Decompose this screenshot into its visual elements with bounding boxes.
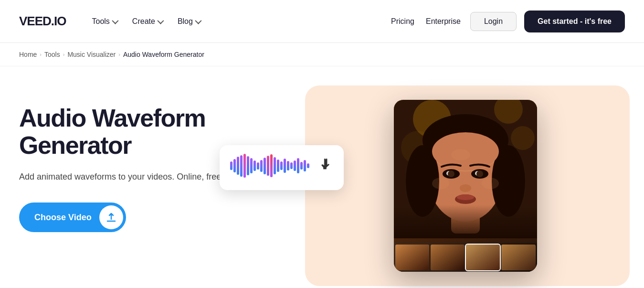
nav-left: Tools Create Blog <box>85 13 389 30</box>
svg-point-20 <box>457 194 474 200</box>
svg-rect-26 <box>395 245 429 270</box>
svg-point-18 <box>460 184 471 192</box>
login-button[interactable]: Login <box>470 12 517 31</box>
woman-svg <box>394 100 537 238</box>
wbar-23 <box>304 160 306 171</box>
waveform-visual <box>230 154 333 178</box>
logo[interactable]: VEED.IO <box>19 14 66 29</box>
wbar-9 <box>257 162 259 170</box>
svg-rect-24 <box>394 205 537 238</box>
wbar-16 <box>280 161 283 170</box>
wbar-3 <box>237 157 239 175</box>
thumb-svg-4 <box>501 245 535 270</box>
waveform-card <box>220 145 344 190</box>
svg-rect-29 <box>501 245 535 270</box>
thumb-1 <box>395 245 429 270</box>
svg-rect-27 <box>431 245 465 270</box>
wbar-15 <box>277 160 279 172</box>
phone-mockup <box>394 100 537 272</box>
breadcrumb-tools[interactable]: Tools <box>44 51 60 58</box>
breadcrumb-sep-3: › <box>118 52 120 57</box>
wbar-6 <box>247 156 249 175</box>
nav-blog-label: Blog <box>178 17 193 26</box>
nav-enterprise[interactable]: Enterprise <box>424 13 463 30</box>
hero-text: Audio Waveform Generator Add animated wa… <box>19 95 248 232</box>
wbar-8 <box>253 160 256 171</box>
choose-video-button[interactable]: Choose Video <box>19 203 126 232</box>
nav-blog[interactable]: Blog <box>171 13 207 30</box>
wbar-20 <box>294 160 296 171</box>
breadcrumb-sep-1: › <box>40 52 42 57</box>
upload-svg <box>106 212 117 223</box>
breadcrumb-home[interactable]: Home <box>19 51 37 58</box>
main: Audio Waveform Generator Add animated wa… <box>0 66 644 288</box>
nav-pricing[interactable]: Pricing <box>389 13 416 30</box>
nav-create-label: Create <box>132 17 155 26</box>
waveform-bars <box>230 154 317 178</box>
svg-point-3 <box>511 126 535 150</box>
chevron-down-icon <box>112 17 118 24</box>
chevron-down-icon <box>157 17 164 24</box>
nav-tools-label: Tools <box>92 17 109 26</box>
thumb-4 <box>501 245 535 270</box>
wbar-22 <box>300 162 303 170</box>
header: VEED.IO Tools Create Blog Pricing Enterp… <box>0 0 644 43</box>
hand-cursor-svg <box>320 158 333 171</box>
wbar-18 <box>287 161 289 171</box>
wbar-14 <box>274 157 276 174</box>
breadcrumb-sep-2: › <box>63 52 65 57</box>
svg-point-23 <box>451 149 470 160</box>
breadcrumb-music-visualizer[interactable]: Music Visualizer <box>67 51 116 58</box>
wbar-19 <box>290 162 293 169</box>
wbar-1 <box>230 161 232 170</box>
wbar-4 <box>240 155 243 177</box>
nav-right: Pricing Enterprise Login Get started - i… <box>389 11 625 32</box>
svg-point-16 <box>448 171 454 177</box>
thumb-svg-2 <box>431 245 465 270</box>
wbar-2 <box>233 159 236 172</box>
choose-video-label: Choose Video <box>34 213 99 223</box>
wbar-24 <box>307 163 309 168</box>
svg-point-17 <box>476 171 483 177</box>
wbar-13 <box>270 154 273 177</box>
svg-point-21 <box>432 178 449 189</box>
hero-image <box>267 95 625 277</box>
wbar-12 <box>267 156 269 176</box>
thumb-2 <box>431 245 465 270</box>
video-thumbnails <box>394 243 537 272</box>
wbar-5 <box>243 154 246 178</box>
get-started-button[interactable]: Get started - it's free <box>524 11 625 32</box>
wbar-11 <box>264 158 266 174</box>
svg-point-22 <box>482 178 499 189</box>
upload-icon <box>99 205 123 229</box>
nav-tools[interactable]: Tools <box>85 13 123 30</box>
svg-rect-28 <box>466 245 500 270</box>
chevron-down-icon <box>195 17 201 24</box>
thumb-3 <box>466 245 500 270</box>
woman-face-image <box>394 100 537 243</box>
wbar-10 <box>260 160 263 172</box>
breadcrumb: Home › Tools › Music Visualizer › Audio … <box>0 43 644 66</box>
nav-create[interactable]: Create <box>126 13 169 30</box>
thumb-svg-3 <box>466 245 500 270</box>
cursor-icon <box>320 158 333 174</box>
thumb-svg-1 <box>395 245 429 270</box>
wbar-7 <box>250 158 253 173</box>
wbar-21 <box>297 158 299 173</box>
breadcrumb-current: Audio Waveform Generator <box>123 51 204 58</box>
hero-title: Audio Waveform Generator <box>19 105 248 159</box>
wbar-17 <box>284 159 286 173</box>
hero-subtitle: Add animated waveforms to your videos. O… <box>19 171 248 183</box>
phone-screen <box>394 100 537 272</box>
